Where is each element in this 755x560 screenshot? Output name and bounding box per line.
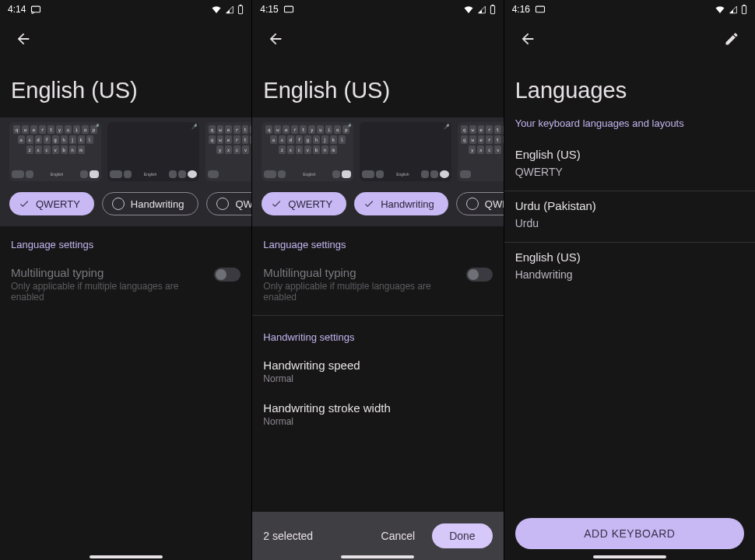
chip-label: Handwriting bbox=[381, 198, 434, 210]
chip-qwerty[interactable]: QWERTY bbox=[9, 192, 94, 215]
setting-title: Handwriting speed bbox=[263, 359, 492, 372]
nav-gesture-bar[interactable] bbox=[341, 555, 414, 558]
radio-unchecked-icon bbox=[216, 198, 229, 210]
app-bar bbox=[0, 19, 251, 59]
setting-handwriting-speed[interactable]: Handwriting speed Normal bbox=[252, 351, 503, 394]
page-title: English (US) bbox=[0, 59, 251, 117]
chip-qwertz[interactable]: QWERTZ bbox=[206, 192, 251, 215]
status-bar: 4:14 bbox=[0, 0, 251, 19]
status-time: 4:14 bbox=[8, 4, 26, 15]
back-button[interactable] bbox=[514, 25, 542, 53]
page-title: Languages bbox=[504, 59, 755, 117]
language-item[interactable]: English (US) QWERTY bbox=[504, 140, 755, 191]
chip-label: QWERTZ bbox=[485, 198, 504, 210]
wifi-icon bbox=[463, 5, 474, 14]
language-item[interactable]: English (US) Handwriting bbox=[504, 243, 755, 293]
edit-button[interactable] bbox=[718, 25, 746, 53]
svg-rect-2 bbox=[240, 5, 242, 5]
cancel-button[interactable]: Cancel bbox=[370, 523, 427, 548]
add-keyboard-button[interactable]: ADD KEYBOARD bbox=[515, 518, 744, 549]
app-bar bbox=[504, 19, 755, 59]
svg-rect-4 bbox=[490, 5, 494, 13]
setting-subtitle: Only applicable if multiple languages ar… bbox=[11, 281, 214, 303]
setting-subtitle: Only applicable if multiple languages ar… bbox=[263, 281, 465, 303]
panel-2-language-detail-selected: 4:15 English (US) 🎤 qwertyuiop asdfghjkl… bbox=[251, 0, 503, 560]
status-right-icons bbox=[463, 5, 496, 15]
language-item[interactable]: Urdu (Pakistan) Urdu bbox=[504, 191, 755, 242]
svg-rect-6 bbox=[536, 6, 545, 12]
mic-icon: 🎤 bbox=[444, 124, 449, 129]
status-right-icons bbox=[211, 5, 244, 15]
arrow-back-icon bbox=[15, 30, 32, 47]
svg-rect-3 bbox=[284, 6, 293, 12]
layout-chip-row: QWERTY Handwriting QWERTZ bbox=[252, 186, 503, 226]
chip-handwriting[interactable]: Handwriting bbox=[354, 192, 448, 215]
language-layout: Handwriting bbox=[515, 268, 744, 281]
chip-label: Handwriting bbox=[131, 198, 184, 210]
status-time: 4:15 bbox=[260, 4, 278, 15]
cast-icon bbox=[30, 5, 41, 14]
keyboard-preview-handwriting[interactable]: 🎤 English bbox=[107, 122, 199, 181]
battery-icon bbox=[741, 5, 747, 15]
check-icon bbox=[363, 198, 374, 209]
selected-count-label: 2 selected bbox=[263, 530, 370, 542]
status-time: 4:16 bbox=[512, 4, 530, 15]
app-bar bbox=[252, 19, 503, 59]
setting-multilingual-typing: Multilingual typing Only applicable if m… bbox=[0, 258, 251, 312]
signal-icon bbox=[729, 5, 738, 14]
list-subheader: Your keyboard languages and layouts bbox=[504, 117, 755, 140]
cast-icon bbox=[283, 5, 294, 14]
keyboard-preview-qwertz[interactable]: qwertz qwertz yxcv bbox=[458, 122, 503, 181]
status-right-icons bbox=[715, 5, 747, 15]
mic-icon: 🎤 bbox=[346, 124, 351, 129]
keyboard-preview-strip[interactable]: 🎤 qwertyuiop asdfghjkl zxcvbnm English 🎤… bbox=[0, 117, 251, 186]
battery-icon bbox=[490, 5, 496, 15]
cast-icon bbox=[535, 5, 546, 14]
chip-qwertz[interactable]: QWERTZ bbox=[456, 192, 504, 215]
status-bar: 4:16 bbox=[504, 0, 755, 19]
check-icon bbox=[19, 198, 30, 209]
keyboard-preview-qwerty[interactable]: 🎤 qwertyuiop asdfghjkl zxcvbnm English bbox=[9, 122, 101, 181]
check-icon bbox=[271, 198, 282, 209]
setting-title: Multilingual typing bbox=[11, 266, 214, 279]
panel-1-language-detail: 4:14 English (US) 🎤 qwertyuiop asdfghjkl… bbox=[0, 0, 251, 560]
setting-title: Handwriting stroke width bbox=[263, 401, 492, 415]
keyboard-preview-qwertz[interactable]: qwertz qwertz yxcv bbox=[205, 122, 251, 181]
language-name: Urdu (Pakistan) bbox=[515, 199, 744, 212]
nav-gesture-bar[interactable] bbox=[90, 555, 163, 558]
divider bbox=[252, 315, 503, 316]
layout-chip-row: QWERTY Handwriting QWERTZ bbox=[0, 186, 251, 226]
language-layout: QWERTY bbox=[515, 166, 744, 178]
keyboard-preview-handwriting[interactable]: 🎤 English bbox=[360, 122, 451, 181]
panel-3-languages-list: 4:16 Languages Your keyboard languages a… bbox=[504, 0, 755, 560]
signal-icon bbox=[225, 5, 234, 14]
page-title: English (US) bbox=[252, 59, 503, 117]
keyboard-preview-strip[interactable]: 🎤 qwertyuiop asdfghjkl zxcvbnm English 🎤… bbox=[252, 117, 503, 186]
svg-rect-5 bbox=[491, 5, 493, 5]
chip-qwerty[interactable]: QWERTY bbox=[262, 192, 346, 215]
setting-value: Normal bbox=[263, 416, 492, 427]
setting-value: Normal bbox=[263, 373, 492, 384]
section-header-handwriting: Handwriting settings bbox=[252, 319, 503, 351]
chip-label: QWERTY bbox=[36, 198, 80, 210]
svg-rect-8 bbox=[743, 5, 746, 5]
radio-unchecked-icon bbox=[466, 198, 479, 210]
done-button[interactable]: Done bbox=[432, 523, 492, 548]
keyboard-preview-qwerty[interactable]: 🎤 qwertyuiop asdfghjkl zxcvbnm English bbox=[262, 122, 353, 181]
nav-gesture-bar[interactable] bbox=[593, 555, 666, 558]
language-name: English (US) bbox=[515, 148, 744, 161]
back-button[interactable] bbox=[9, 25, 37, 53]
mic-icon: 🎤 bbox=[93, 124, 99, 129]
bottom-action-bar: 2 selected Cancel Done bbox=[252, 512, 503, 560]
setting-handwriting-stroke-width[interactable]: Handwriting stroke width Normal bbox=[252, 394, 503, 436]
chip-label: QWERTZ bbox=[235, 198, 251, 210]
back-button[interactable] bbox=[262, 25, 290, 53]
radio-unchecked-icon bbox=[112, 198, 125, 210]
mic-icon: 🎤 bbox=[191, 124, 197, 129]
chip-handwriting[interactable]: Handwriting bbox=[102, 192, 199, 215]
arrow-back-icon bbox=[267, 30, 284, 47]
battery-icon bbox=[237, 5, 244, 15]
setting-title: Multilingual typing bbox=[263, 266, 465, 279]
language-layout: Urdu bbox=[515, 217, 744, 229]
wifi-icon bbox=[211, 5, 222, 14]
